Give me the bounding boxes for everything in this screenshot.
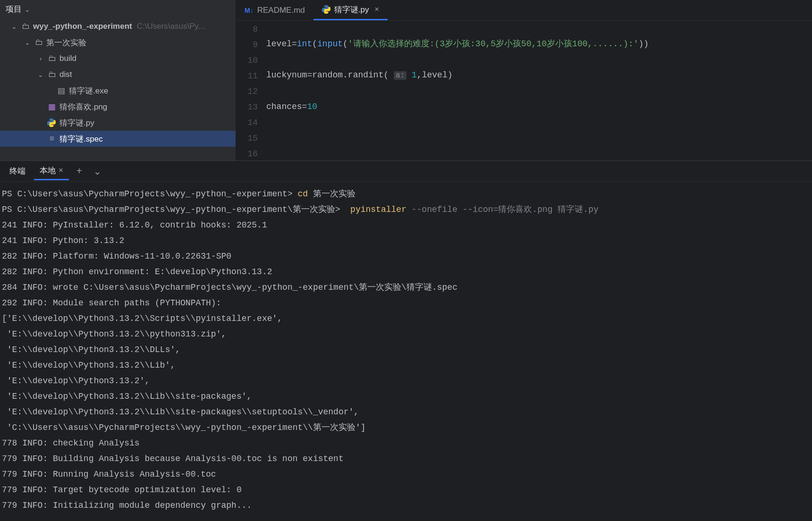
tree-root[interactable]: ⌄ 🗀 wyy_-python_-experiment C:\Users\asu… xyxy=(0,18,236,34)
project-tree: ⌄ 🗀 wyy_-python_-experiment C:\Users\asu… xyxy=(0,18,236,147)
root-name: wyy_-python_-experiment xyxy=(33,22,132,31)
folder-icon: 🗀 xyxy=(47,70,57,79)
root-path: C:\Users\asus\Py... xyxy=(137,22,205,31)
binary-icon: ▤ xyxy=(57,86,66,96)
terminal-tab-local[interactable]: 本地 × xyxy=(34,162,69,180)
code-body[interactable]: level=int(input('请输入你选择的难度:(3岁小孩:30,5岁小孩… xyxy=(266,21,812,160)
tree-folder-dist[interactable]: ⌄ 🗀 dist xyxy=(0,67,236,83)
close-icon[interactable]: × xyxy=(59,166,63,175)
chevron-down-icon: ⌄ xyxy=(25,6,30,13)
terminal-tabs: 终端 本地 × + ⌄ xyxy=(0,161,812,182)
tree-item-label: build xyxy=(59,54,76,63)
chevron-down-icon: ⌄ xyxy=(24,39,31,46)
tree-item-label: 猜字谜.exe xyxy=(69,85,108,96)
chevron-down-icon: ⌄ xyxy=(37,71,44,78)
terminal-panel: 终端 本地 × + ⌄ PS C:\Users\asus\PycharmProj… xyxy=(0,160,812,521)
add-terminal-button[interactable]: + xyxy=(73,166,86,176)
chevron-down-icon: ⌄ xyxy=(10,23,18,30)
editor-area: M↓ README.md 猜字谜.py × 8 9 10 11 12 13 14… xyxy=(236,0,812,160)
close-icon[interactable]: × xyxy=(374,5,379,14)
tree-item-label: 猜你喜欢.png xyxy=(59,101,107,112)
tree-folder-experiment1[interactable]: ⌄ 🗀 第一次实验 xyxy=(0,34,236,50)
terminal-title: 终端 xyxy=(5,166,30,176)
folder-icon: 🗀 xyxy=(47,54,57,63)
tree-file-exe[interactable]: ▤ 猜字谜.exe xyxy=(0,83,236,99)
tree-file-py[interactable]: 猜字谜.py xyxy=(0,115,236,131)
line-gutter: 8 9 10 11 12 13 14 15 16 xyxy=(236,21,266,160)
terminal-tab-label: 本地 xyxy=(40,165,56,176)
code-editor[interactable]: 8 9 10 11 12 13 14 15 16 level=int(input… xyxy=(236,21,812,160)
project-title: 项目 xyxy=(6,4,22,15)
tree-file-spec[interactable]: ≡ 猜字谜.spec xyxy=(0,131,236,147)
file-icon: ≡ xyxy=(47,134,57,143)
tab-guess-py[interactable]: 猜字谜.py × xyxy=(313,0,388,20)
chevron-down-icon[interactable]: ⌄ xyxy=(90,166,105,177)
image-icon: ▦ xyxy=(47,102,57,112)
tab-readme[interactable]: M↓ README.md xyxy=(236,0,313,20)
folder-icon: 🗀 xyxy=(34,38,43,47)
chevron-right-icon: › xyxy=(37,55,44,62)
terminal-output[interactable]: PS C:\Users\asus\PycharmProjects\wyy_-py… xyxy=(0,182,812,518)
tree-item-label: dist xyxy=(59,70,72,79)
editor-tabs: M↓ README.md 猜字谜.py × xyxy=(236,0,812,21)
tree-folder-build[interactable]: › 🗀 build xyxy=(0,50,236,67)
sidebar-header[interactable]: 项目 ⌄ xyxy=(0,0,236,18)
tree-item-label: 猜字谜.spec xyxy=(59,134,103,144)
tree-file-png[interactable]: ▦ 猜你喜欢.png xyxy=(0,99,236,115)
tree-item-label: 猜字谜.py xyxy=(59,118,94,128)
tree-item-label: 第一次实验 xyxy=(46,37,86,48)
folder-icon: 🗀 xyxy=(21,22,30,31)
tab-label: README.md xyxy=(257,6,305,15)
python-icon xyxy=(47,118,57,127)
project-sidebar: 项目 ⌄ ⌄ 🗀 wyy_-python_-experiment C:\User… xyxy=(0,0,236,160)
python-icon xyxy=(322,5,330,14)
tab-label: 猜字谜.py xyxy=(334,4,369,15)
markdown-icon: M↓ xyxy=(245,7,254,14)
